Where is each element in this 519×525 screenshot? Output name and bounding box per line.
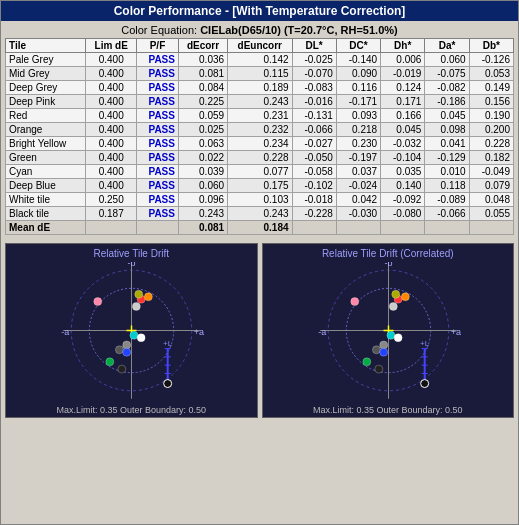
- table-cell: Deep Pink: [6, 95, 86, 109]
- table-cell: 0.189: [228, 81, 292, 95]
- table-cell: 0.116: [336, 81, 380, 95]
- table-cell: 0.025: [178, 123, 227, 137]
- table-cell: PASS: [137, 53, 179, 67]
- table-cell: 0.124: [381, 81, 425, 95]
- table-cell: [137, 221, 179, 235]
- table-cell: 0.156: [469, 95, 513, 109]
- table-header-row: TileLim dEP/FdEcorrdEuncorrDL*DC*Dh*Da*D…: [6, 39, 514, 53]
- table-header-cell: Dh*: [381, 39, 425, 53]
- table-cell: -0.027: [292, 137, 336, 151]
- table-header-cell: Db*: [469, 39, 513, 53]
- table-cell: 0.090: [336, 67, 380, 81]
- table-cell: -0.197: [336, 151, 380, 165]
- chart-right-footer: Max.Limit: 0.35 Outer Boundary: 0.50: [263, 405, 514, 415]
- table-cell: -0.102: [292, 179, 336, 193]
- table-cell: -0.080: [381, 207, 425, 221]
- table-cell: 0.400: [86, 53, 137, 67]
- table-cell: 0.142: [228, 53, 292, 67]
- table-cell: -0.024: [336, 179, 380, 193]
- table-cell: Pale Grey: [6, 53, 86, 67]
- table-cell: -0.025: [292, 53, 336, 67]
- table-cell: 0.093: [336, 109, 380, 123]
- table-cell: 0.039: [178, 165, 227, 179]
- table-header-cell: Da*: [425, 39, 469, 53]
- table-cell: 0.037: [336, 165, 380, 179]
- table-cell: -0.104: [381, 151, 425, 165]
- table-cell: -0.070: [292, 67, 336, 81]
- table-cell: -0.018: [292, 193, 336, 207]
- table-cell: 0.400: [86, 165, 137, 179]
- table-header-cell: Tile: [6, 39, 86, 53]
- table-header-cell: DL*: [292, 39, 336, 53]
- table-cell: 0.400: [86, 81, 137, 95]
- table-cell: 0.041: [425, 137, 469, 151]
- table-cell: -0.089: [425, 193, 469, 207]
- table-cell: 0.218: [336, 123, 380, 137]
- table-cell: 0.006: [381, 53, 425, 67]
- table-cell: 0.149: [469, 81, 513, 95]
- table-cell: 0.230: [336, 137, 380, 151]
- table-cell: 0.077: [228, 165, 292, 179]
- table-header-cell: DC*: [336, 39, 380, 53]
- color-equation-value: CIELab(D65/10) (T=20.7°C, RH=51.0%): [200, 24, 398, 36]
- table-cell: 0.048: [469, 193, 513, 207]
- chart-left-footer: Max.Limit: 0.35 Outer Boundary: 0.50: [6, 405, 257, 415]
- table-cell: -0.131: [292, 109, 336, 123]
- table-cell: Mean dE: [6, 221, 86, 235]
- chart-right-title: Relative Tile Drift (Correlated): [263, 246, 514, 261]
- table-cell: 0.060: [178, 179, 227, 193]
- table-cell: [425, 221, 469, 235]
- table-cell: Orange: [6, 123, 86, 137]
- table-cell: 0.079: [469, 179, 513, 193]
- table-row: Red0.400PASS0.0590.231-0.1310.0930.1660.…: [6, 109, 514, 123]
- table-cell: 0.175: [228, 179, 292, 193]
- table-cell: Deep Blue: [6, 179, 86, 193]
- table-cell: 0.115: [228, 67, 292, 81]
- table-cell: 0.400: [86, 109, 137, 123]
- table-cell: 0.231: [228, 109, 292, 123]
- table-cell: PASS: [137, 109, 179, 123]
- table-cell: -0.066: [292, 123, 336, 137]
- table-row: Mid Grey0.400PASS0.0810.115-0.0700.090-0…: [6, 67, 514, 81]
- table-cell: 0.063: [178, 137, 227, 151]
- table-cell: [292, 221, 336, 235]
- table-cell: PASS: [137, 165, 179, 179]
- table-cell: 0.400: [86, 95, 137, 109]
- color-equation-label: Color Equation:: [121, 24, 197, 36]
- table-cell: Bright Yellow: [6, 137, 86, 151]
- table-cell: 0.166: [381, 109, 425, 123]
- table-cell: 0.184: [228, 221, 292, 235]
- table-cell: 0.053: [469, 67, 513, 81]
- table-cell: 0.140: [381, 179, 425, 193]
- table-header-cell: P/F: [137, 39, 179, 53]
- table-cell: 0.084: [178, 81, 227, 95]
- chart-right: Relative Tile Drift (Correlated) Max.Lim…: [262, 243, 515, 418]
- table-row: Deep Grey0.400PASS0.0840.189-0.0830.1160…: [6, 81, 514, 95]
- table-cell: PASS: [137, 193, 179, 207]
- table-cell: 0.182: [469, 151, 513, 165]
- table-row: Orange0.400PASS0.0250.232-0.0660.2180.04…: [6, 123, 514, 137]
- table-cell: 0.096: [178, 193, 227, 207]
- chart-left-canvas: [6, 262, 257, 399]
- table-cell: 0.400: [86, 137, 137, 151]
- table-cell: 0.228: [228, 151, 292, 165]
- table-cell: 0.200: [469, 123, 513, 137]
- table-cell: PASS: [137, 123, 179, 137]
- table-row: Bright Yellow0.400PASS0.0630.234-0.0270.…: [6, 137, 514, 151]
- table-cell: 0.232: [228, 123, 292, 137]
- chart-left: Relative Tile Drift Max.Limit: 0.35 Oute…: [5, 243, 258, 418]
- table-cell: 0.250: [86, 193, 137, 207]
- table-cell: 0.022: [178, 151, 227, 165]
- table-cell: -0.186: [425, 95, 469, 109]
- table-cell: Green: [6, 151, 86, 165]
- table-cell: 0.118: [425, 179, 469, 193]
- table-row: Green0.400PASS0.0220.228-0.050-0.197-0.1…: [6, 151, 514, 165]
- table-cell: 0.400: [86, 67, 137, 81]
- table-cell: Cyan: [6, 165, 86, 179]
- table-cell: Mid Grey: [6, 67, 86, 81]
- table-cell: 0.098: [425, 123, 469, 137]
- table-cell: White tile: [6, 193, 86, 207]
- table-cell: 0.234: [228, 137, 292, 151]
- table-cell: 0.036: [178, 53, 227, 67]
- table-cell: [336, 221, 380, 235]
